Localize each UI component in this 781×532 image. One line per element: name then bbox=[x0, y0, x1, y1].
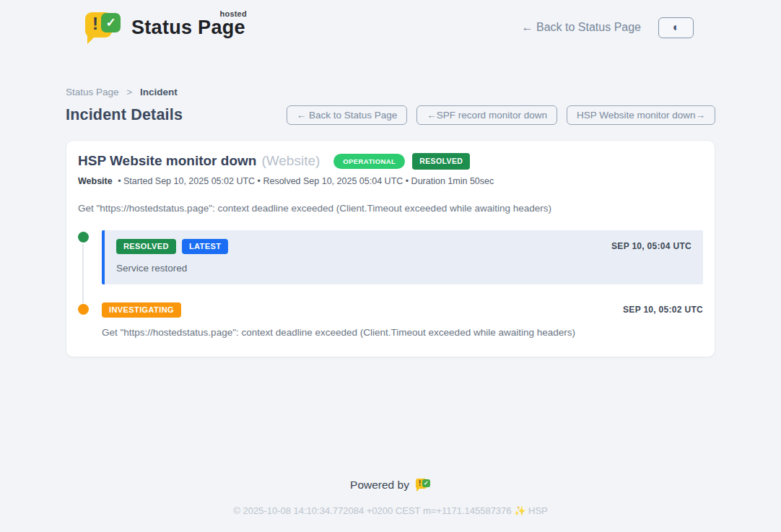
operational-badge: OPERATIONAL bbox=[333, 154, 405, 170]
exclamation-icon: ! bbox=[92, 14, 98, 34]
back-to-status-page-button[interactable]: ← Back to Status Page bbox=[287, 105, 408, 125]
latest-badge: LATEST bbox=[182, 239, 228, 254]
footer: Powered by ! ✓ © 2025-10-08 14:10:34.772… bbox=[0, 478, 781, 516]
header-right: ← Back to Status Page ◐ bbox=[522, 17, 694, 38]
prev-incident-button[interactable]: ←SPF record monitor down bbox=[416, 105, 557, 125]
timeline-entry-timestamp: SEP 10, 05:04 UTC bbox=[611, 241, 691, 251]
incident-card: HSP Website monitor down (Website) OPERA… bbox=[66, 140, 715, 357]
theme-toggle-button[interactable]: ◐ bbox=[658, 17, 694, 38]
timeline-entry-head: RESOLVED LATEST SEP 10, 05:04 UTC bbox=[116, 239, 691, 254]
timeline-entry-head: INVESTIGATING SEP 10, 05:02 UTC bbox=[102, 302, 703, 318]
breadcrumb-root[interactable]: Status Page bbox=[66, 87, 119, 97]
next-incident-button[interactable]: HSP Website monitor down→ bbox=[567, 105, 715, 125]
checkmark-icon: ✓ bbox=[422, 479, 430, 487]
incident-meta: Website • Started Sep 10, 2025 05:02 UTC… bbox=[78, 176, 703, 186]
logo-bubble-tail bbox=[416, 488, 420, 492]
copyright-text: © 2025-10-08 14:10:34.772084 +0200 CEST … bbox=[233, 505, 514, 516]
timeline-entry-resolved: RESOLVED LATEST SEP 10, 05:04 UTC Servic… bbox=[78, 230, 703, 284]
incident-timeline: RESOLVED LATEST SEP 10, 05:04 UTC Servic… bbox=[78, 230, 703, 338]
timeline-entry-content: RESOLVED LATEST SEP 10, 05:04 UTC Servic… bbox=[102, 230, 703, 284]
timeline-dot-resolved bbox=[78, 232, 89, 243]
header-back-link[interactable]: ← Back to Status Page bbox=[522, 21, 641, 34]
logo-bubble-tail bbox=[87, 35, 97, 44]
brand-logo-mini-icon[interactable]: ! ✓ bbox=[416, 478, 431, 492]
exclamation-icon: ! bbox=[419, 479, 421, 487]
timeline-entry-message: Get "https://hostedstatus.page": context… bbox=[102, 327, 703, 338]
brand-logo[interactable]: ! ✓ Status Page hosted bbox=[85, 11, 245, 44]
incident-description: Get "https://hostedstatus.page": context… bbox=[78, 203, 703, 214]
brand-name: Status Page hosted bbox=[131, 17, 245, 39]
incident-component: (Website) bbox=[261, 153, 320, 169]
incident-nav-buttons: ← Back to Status Page ←SPF record monito… bbox=[287, 105, 715, 125]
header: ! ✓ Status Page hosted ← Back to Status … bbox=[0, 0, 781, 45]
status-badge-investigating: INVESTIGATING bbox=[102, 302, 181, 318]
incident-meta-component: Website bbox=[78, 176, 113, 186]
title-row: Incident Details ← Back to Status Page ←… bbox=[66, 105, 715, 125]
main-content: Status Page > Incident Incident Details … bbox=[66, 87, 715, 357]
timeline-entry-investigating: INVESTIGATING SEP 10, 05:02 UTC Get "htt… bbox=[78, 302, 703, 338]
checkmark-icon: ✓ bbox=[101, 13, 121, 32]
incident-title-row: HSP Website monitor down (Website) OPERA… bbox=[78, 153, 703, 170]
timeline-entry-badges: INVESTIGATING bbox=[102, 302, 181, 318]
copyright-suffix: HSP bbox=[525, 505, 547, 516]
half-circle-icon: ◐ bbox=[673, 22, 680, 33]
resolved-badge: RESOLVED bbox=[412, 153, 470, 170]
page-title: Incident Details bbox=[66, 106, 183, 124]
incident-title: HSP Website monitor down bbox=[78, 153, 256, 169]
brand-hosted-label: hosted bbox=[220, 9, 247, 18]
brand-name-text: Status Page bbox=[131, 17, 245, 38]
copyright-line: © 2025-10-08 14:10:34.772084 +0200 CEST … bbox=[0, 505, 781, 516]
status-badge-resolved: RESOLVED bbox=[116, 239, 176, 254]
breadcrumb-separator: > bbox=[126, 87, 132, 97]
incident-meta-details: • Started Sep 10, 2025 05:02 UTC • Resol… bbox=[118, 176, 494, 186]
breadcrumb-current: Incident bbox=[140, 87, 178, 97]
powered-by: Powered by ! ✓ bbox=[0, 478, 781, 492]
timeline-entry-message: Service restored bbox=[116, 263, 691, 274]
timeline-entry-badges: RESOLVED LATEST bbox=[116, 239, 228, 254]
breadcrumb: Status Page > Incident bbox=[66, 87, 715, 97]
timeline-entry-content: INVESTIGATING SEP 10, 05:02 UTC Get "htt… bbox=[102, 302, 703, 338]
timeline-entry-timestamp: SEP 10, 05:02 UTC bbox=[623, 305, 703, 315]
timeline-dot-investigating bbox=[78, 304, 89, 315]
powered-by-label: Powered by bbox=[350, 479, 409, 492]
brand-logo-icon: ! ✓ bbox=[85, 11, 123, 44]
sparkles-icon: ✨ bbox=[514, 505, 525, 516]
